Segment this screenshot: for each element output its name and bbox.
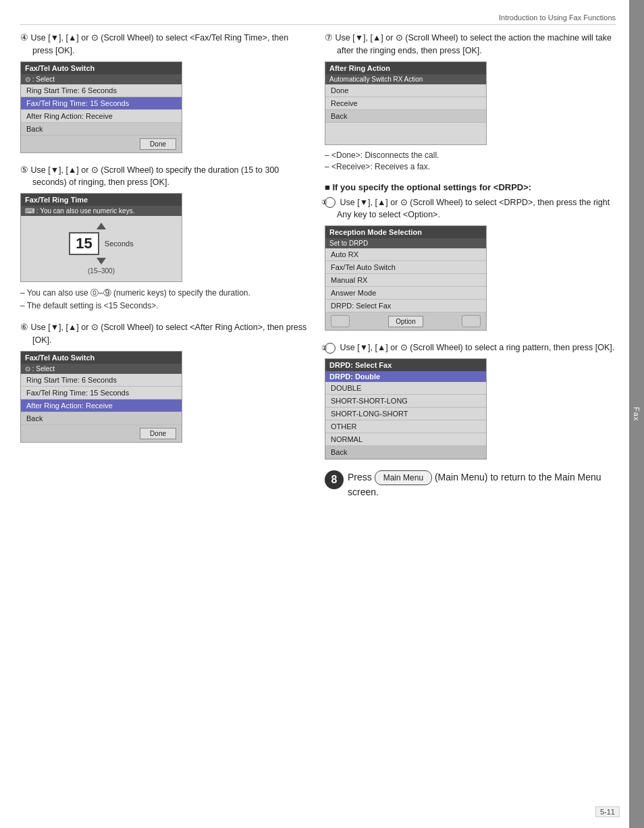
step4-row-3: Back [21, 123, 182, 136]
drpd-step2-row-2: SHORT-LONG-SHORT [325, 408, 486, 420]
step8-block: 8 Press Main Menu (Main Menu) to return … [325, 470, 616, 499]
drpd-step1-row-2: Manual RX [325, 274, 486, 287]
step4-panel-footer: Done [21, 136, 182, 153]
step5-text: ⑤ Use [▼], [▲] or ⊙ (Scroll Wheel) to sp… [20, 164, 311, 190]
drpd-step2-row-5: Back [325, 446, 486, 459]
arrow-down-icon [97, 258, 106, 265]
col-right: ⑦ Use [▼], [▲] or ⊙ (Scroll Wheel) to se… [325, 32, 616, 815]
step6-block: ⑥ Use [▼], [▲] or ⊙ (Scroll Wheel) to se… [20, 321, 311, 443]
drpd-step1-row-0: Auto RX [325, 248, 486, 261]
step6-row-3: Back [21, 412, 182, 425]
page-number: 5-11 [595, 806, 620, 817]
main-content: Introduction to Using Fax Functions ④ Us… [0, 0, 629, 828]
step6-row-2: After Ring Action: Receive [21, 399, 182, 412]
step6-done-btn[interactable]: Done [140, 428, 176, 439]
drpd-btn-area: Option [325, 312, 486, 330]
main-menu-btn[interactable]: Main Menu [375, 470, 432, 485]
step4-block: ④ Use [▼], [▲] or ⊙ (Scroll Wheel) to se… [20, 32, 311, 153]
step7-note1: – <Done>: Disconnects the call. [325, 150, 616, 160]
drpd-section: ■ If you specify the optional settings f… [325, 182, 616, 460]
col-left: ④ Use [▼], [▲] or ⊙ (Scroll Wheel) to se… [20, 32, 311, 815]
step5-panel: Fax/Tel Ring Time ⌨ : You can also use n… [20, 193, 182, 282]
drpd-header: ■ If you specify the optional settings f… [325, 182, 616, 192]
step7-row-0: Done [325, 84, 486, 97]
drpd-step1-panel: Reception Mode Selection Set to DRPD Aut… [325, 225, 487, 331]
step5-block: ⑤ Use [▼], [▲] or ⊙ (Scroll Wheel) to sp… [20, 164, 311, 311]
drpd-step2-row-3: OTHER [325, 420, 486, 433]
drpd-step1-row-1: Fax/Tel Auto Switch [325, 261, 486, 274]
number-display: 15 Seconds [69, 232, 133, 255]
step6-panel-subheader: ⊙ : Select [21, 364, 182, 374]
step4-panel: Fax/Tel Auto Switch ⊙ : Select Ring Star… [20, 61, 182, 153]
drpd-step2-row-0: DOUBLE [325, 382, 486, 395]
step7-num: ⑦ [325, 33, 333, 43]
drpd-step2-row-4: NORMAL [325, 433, 486, 446]
drpd-step1-panel-subheader: Set to DRPD [325, 238, 486, 248]
step5-panel-subheader: ⌨ : You can also use numeric keys. [21, 206, 182, 216]
step7-note2: – <Receive>: Receives a fax. [325, 162, 616, 171]
two-col-layout: ④ Use [▼], [▲] or ⊙ (Scroll Wheel) to se… [20, 32, 616, 815]
step7-text: ⑦ Use [▼], [▲] or ⊙ (Scroll Wheel) to se… [325, 32, 616, 57]
drpd-step2: ② Use [▼], [▲] or ⊙ (Scroll Wheel) to se… [325, 341, 616, 460]
drpd-step2-panel-header: DRPD: Select Fax [325, 359, 486, 371]
ring-time-value: 15 [69, 232, 99, 255]
step8-num: 8 [325, 470, 344, 489]
step8-text: Press Main Menu (Main Menu) to return to… [348, 470, 616, 499]
step4-row-2: After Ring Action: Receive [21, 110, 182, 123]
arrow-up-icon [97, 223, 106, 229]
step7-panel: After Ring Action Automatically Switch R… [325, 61, 487, 145]
step6-panel-footer: Done [21, 425, 182, 442]
step7-row-2: Back [325, 110, 486, 123]
step5-panel-header: Fax/Tel Ring Time [21, 194, 182, 206]
drpd-step2-panel: DRPD: Select Fax DRPD: Double DOUBLE SHO… [325, 358, 487, 460]
step4-done-btn[interactable]: Done [140, 138, 176, 150]
drpd-option-btn[interactable]: Option [388, 316, 423, 327]
step6-row-1: Fax/Tel Ring Time: 15 Seconds [21, 387, 182, 399]
step4-num: ④ [20, 33, 28, 43]
range-label: (15–300) [88, 267, 115, 275]
step4-panel-header: Fax/Tel Auto Switch [21, 62, 182, 74]
drpd-step2-text: ② Use [▼], [▲] or ⊙ (Scroll Wheel) to se… [325, 341, 616, 354]
header-title: Introduction to Using Fax Functions [499, 13, 616, 22]
drpd-step1-row-3: Answer Mode [325, 287, 486, 300]
drpd-step2-num: ② [325, 343, 336, 354]
step6-row-0: Ring Start Time: 6 Seconds [21, 374, 182, 387]
step6-num: ⑥ [20, 323, 28, 332]
drpd-nav-btn-right[interactable] [462, 315, 481, 327]
step7-row-1: Receive [325, 97, 486, 110]
step6-panel-header: Fax/Tel Auto Switch [21, 352, 182, 364]
page-container: Introduction to Using Fax Functions ④ Us… [0, 0, 644, 828]
drpd-step2-row-1: SHORT-SHORT-LONG [325, 395, 486, 408]
drpd-step1-text: ① Use [▼], [▲] or ⊙ (Scroll Wheel) to se… [325, 196, 616, 222]
step4-text: ④ Use [▼], [▲] or ⊙ (Scroll Wheel) to se… [20, 32, 311, 57]
drpd-nav-btn-left[interactable] [331, 315, 350, 327]
step7-panel-subheader: Automatically Switch RX Action [325, 74, 486, 84]
step5-note2: – The default setting is <15 Seconds>. [20, 301, 311, 310]
page-header: Introduction to Using Fax Functions [20, 13, 616, 25]
side-tab: Fax [629, 0, 644, 828]
seconds-label: Seconds [105, 240, 134, 248]
drpd-step2-panel-subheader: DRPD: Double [325, 371, 486, 382]
step6-text: ⑥ Use [▼], [▲] or ⊙ (Scroll Wheel) to se… [20, 321, 311, 347]
drpd-step1: ① Use [▼], [▲] or ⊙ (Scroll Wheel) to se… [325, 196, 616, 331]
drpd-step1-panel-header: Reception Mode Selection [325, 226, 486, 238]
step4-row-1: Fax/Tel Ring Time: 15 Seconds [21, 97, 182, 110]
step5-panel-body: 15 Seconds (15–300) [21, 216, 182, 281]
step5-num: ⑤ [20, 165, 28, 175]
step5-note1: – You can also use ⓪–⑨ (numeric keys) to… [20, 287, 311, 299]
step7-panel-header: After Ring Action [325, 62, 486, 74]
step4-panel-subheader: ⊙ : Select [21, 74, 182, 84]
side-tab-label: Fax [633, 407, 641, 421]
step7-block: ⑦ Use [▼], [▲] or ⊙ (Scroll Wheel) to se… [325, 32, 616, 171]
step4-row-0: Ring Start Time: 6 Seconds [21, 84, 182, 97]
step6-panel: Fax/Tel Auto Switch ⊙ : Select Ring Star… [20, 351, 182, 443]
step7-panel-spacer [325, 123, 486, 144]
drpd-step1-num: ① [325, 197, 336, 208]
drpd-step1-row-4: DRPD: Select Fax [325, 300, 486, 312]
